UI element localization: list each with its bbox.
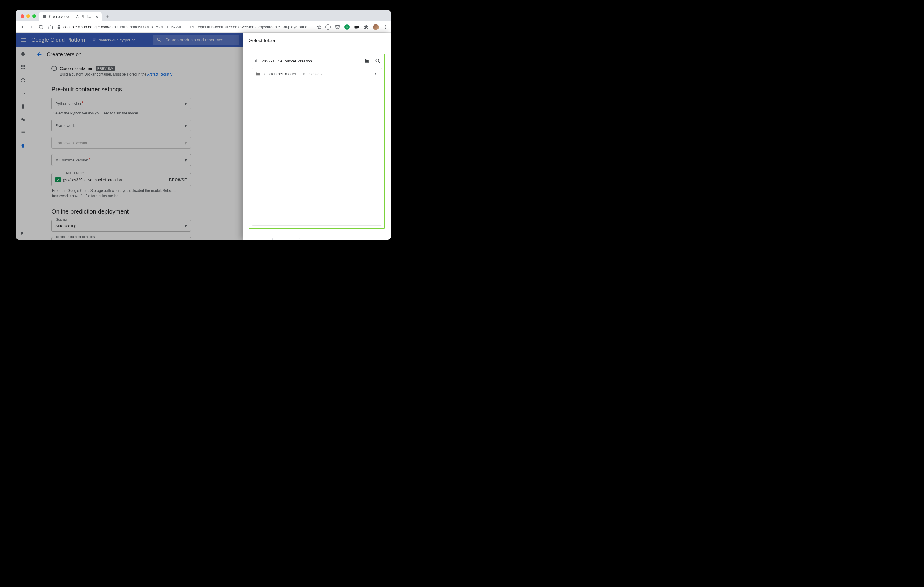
bucket-breadcrumb[interactable]: cs329s_live_bucket_creation — [262, 59, 317, 63]
tab-title: Create version – AI Platform – — [49, 15, 93, 19]
svg-rect-17 — [368, 60, 368, 62]
select-folder-panel: Select folder cs329s_live_bucket_creatio… — [243, 33, 391, 240]
folder-list: efficientnet_model_1_10_classes/ — [252, 68, 382, 226]
pocket-icon[interactable] — [335, 25, 340, 30]
folder-icon — [256, 71, 261, 76]
panel-footer: SELECT CANCEL — [243, 233, 391, 240]
info-icon[interactable]: i — [325, 25, 331, 30]
svg-point-2 — [385, 26, 386, 27]
tab-close-icon[interactable]: ✕ — [95, 15, 99, 19]
star-icon[interactable] — [316, 24, 322, 30]
svg-point-18 — [376, 59, 379, 62]
chevron-down-icon — [313, 59, 317, 63]
chevron-right-icon — [373, 71, 378, 76]
kebab-menu-icon[interactable] — [383, 25, 388, 30]
folder-name: efficientnet_model_1_10_classes/ — [264, 72, 323, 76]
grammarly-icon[interactable]: G — [345, 25, 350, 30]
address-bar: console.cloud.google.com/ai-platform/mod… — [16, 21, 391, 33]
nav-back-button[interactable] — [19, 24, 25, 30]
tab-strip: Create version – AI Platform – ✕ ＋ — [16, 10, 391, 21]
nav-reload-button[interactable] — [38, 24, 45, 30]
browser-tab[interactable]: Create version – AI Platform – ✕ — [39, 12, 102, 21]
svg-rect-0 — [355, 26, 358, 28]
folder-picker: cs329s_live_bucket_creation efficientnet… — [249, 54, 385, 229]
window-controls — [19, 14, 39, 21]
picker-search-icon[interactable] — [374, 57, 382, 65]
extensions-icon[interactable] — [363, 25, 369, 30]
camera-icon[interactable] — [354, 25, 359, 30]
url-text: console.cloud.google.com/ai-platform/mod… — [63, 25, 307, 29]
lock-icon — [57, 25, 61, 29]
url-field[interactable]: console.cloud.google.com/ai-platform/mod… — [57, 25, 313, 29]
cancel-button[interactable]: CANCEL — [276, 238, 300, 240]
svg-point-3 — [385, 28, 386, 29]
panel-title: Select folder — [243, 33, 391, 49]
nav-forward-button[interactable] — [28, 24, 35, 30]
window-zoom-icon[interactable] — [33, 14, 36, 18]
window-minimize-icon[interactable] — [26, 14, 30, 18]
picker-toolbar: cs329s_live_bucket_creation — [249, 54, 384, 67]
nav-home-button[interactable] — [47, 24, 54, 30]
gcp-favicon-icon — [42, 14, 47, 19]
new-tab-button[interactable]: ＋ — [103, 13, 112, 21]
folder-row[interactable]: efficientnet_model_1_10_classes/ — [252, 68, 382, 79]
new-folder-icon[interactable] — [363, 57, 371, 65]
svg-point-1 — [385, 25, 386, 26]
picker-back-icon[interactable] — [252, 57, 260, 65]
extension-icons: i G — [325, 24, 388, 30]
profile-avatar[interactable] — [373, 24, 379, 30]
window-close-icon[interactable] — [21, 14, 24, 18]
app-root: Google Cloud Platform daniels-dl-playgro… — [16, 33, 391, 240]
browser-window: Create version – AI Platform – ✕ ＋ conso… — [16, 10, 391, 240]
select-button[interactable]: SELECT — [249, 238, 273, 240]
